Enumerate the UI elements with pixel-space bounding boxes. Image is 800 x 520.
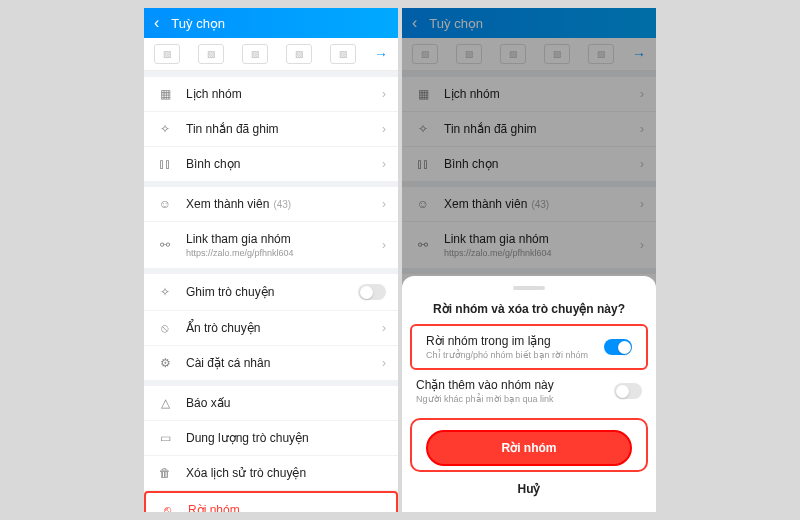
opt-leave-silently[interactable]: Rời nhóm trong im lặng Chỉ trưởng/phó nh… (410, 324, 648, 370)
back-icon[interactable]: ‹ (154, 15, 159, 31)
chevron-right-icon: › (382, 122, 386, 136)
header: ‹ Tuỳ chọn (144, 8, 398, 38)
pin-chat-icon: ✧ (156, 285, 174, 299)
chevron-right-icon: › (382, 321, 386, 335)
media-thumbs: ▧ ▧ ▧ ▧ ▧ → (144, 38, 398, 71)
arrow-right-icon[interactable]: → (374, 46, 388, 62)
row-poll[interactable]: ⫿⫿ Bình chọn › (144, 147, 398, 181)
leave-icon: ⎋ (158, 503, 176, 512)
sheet-grabber[interactable] (513, 286, 545, 290)
row-sub: https://zalo.me/g/pfhnkl604 (186, 248, 382, 258)
trash-icon: 🗑 (156, 466, 174, 480)
opt-desc: Người khác phải mời bạn qua link (416, 394, 614, 404)
media-thumb[interactable]: ▧ (286, 44, 312, 64)
report-icon: △ (156, 396, 174, 410)
opt-desc: Chỉ trưởng/phó nhóm biết bạn rời nhóm (426, 350, 604, 360)
row-label: Cài đặt cá nhân (186, 356, 382, 370)
row-storage[interactable]: ▭ Dung lượng trò chuyện (144, 421, 398, 456)
row-members[interactable]: ☺ Xem thành viên(43) › (144, 187, 398, 222)
media-thumb[interactable]: ▧ (242, 44, 268, 64)
opt-label: Rời nhóm trong im lặng (426, 334, 604, 348)
section-settings: ✧ Ghim trò chuyện ⦸ Ẩn trò chuyện › ⚙ Cà… (144, 274, 398, 380)
link-icon: ⚯ (156, 238, 174, 252)
row-calendar[interactable]: ▦ Lịch nhóm › (144, 77, 398, 112)
row-pinned[interactable]: ✧ Tin nhắn đã ghim › (144, 112, 398, 147)
gear-icon: ⚙ (156, 356, 174, 370)
section-danger: △ Báo xấu ▭ Dung lượng trò chuyện 🗑 Xóa … (144, 386, 398, 512)
chevron-right-icon: › (382, 197, 386, 211)
media-thumb[interactable]: ▧ (154, 44, 180, 64)
row-label: Rời nhóm (188, 503, 384, 512)
row-label: Ẩn trò chuyện (186, 321, 382, 335)
row-hide-chat[interactable]: ⦸ Ẩn trò chuyện › (144, 311, 398, 346)
calendar-icon: ▦ (156, 87, 174, 101)
row-label: Link tham gia nhóm (186, 232, 382, 246)
row-report[interactable]: △ Báo xấu (144, 386, 398, 421)
opt-label: Chặn thêm vào nhóm này (416, 378, 614, 392)
chevron-right-icon: › (382, 157, 386, 171)
row-label: Báo xấu (186, 396, 386, 410)
leave-button-highlight: Rời nhóm (410, 418, 648, 472)
toggle-block-readd[interactable] (614, 383, 642, 399)
row-label: Dung lượng trò chuyện (186, 431, 386, 445)
poll-icon: ⫿⫿ (156, 157, 174, 171)
leave-sheet: Rời nhóm và xóa trò chuyện này? Rời nhóm… (402, 276, 656, 512)
row-label: Ghim trò chuyện (186, 285, 358, 299)
toggle-pin-chat[interactable] (358, 284, 386, 300)
row-link[interactable]: ⚯ Link tham gia nhóm https://zalo.me/g/p… (144, 222, 398, 268)
row-pin-chat[interactable]: ✧ Ghim trò chuyện (144, 274, 398, 311)
row-label: Bình chọn (186, 157, 382, 171)
chevron-right-icon: › (382, 87, 386, 101)
row-label: Lịch nhóm (186, 87, 382, 101)
media-thumb[interactable]: ▧ (330, 44, 356, 64)
row-label: Tin nhắn đã ghim (186, 122, 382, 136)
cancel-button[interactable]: Huỷ (402, 474, 656, 504)
storage-icon: ▭ (156, 431, 174, 445)
opt-block-readd[interactable]: Chặn thêm vào nhóm này Người khác phải m… (402, 370, 656, 412)
row-personal[interactable]: ⚙ Cài đặt cá nhân › (144, 346, 398, 380)
phone-right: ‹ Tuỳ chọn ▧ ▧ ▧ ▧ ▧ → ▦ Lịch nhóm › ✧ T… (402, 8, 656, 512)
media-thumb[interactable]: ▧ (198, 44, 224, 64)
section-info: ▦ Lịch nhóm › ✧ Tin nhắn đã ghim › ⫿⫿ Bì… (144, 77, 398, 181)
row-label: Xóa lịch sử trò chuyện (186, 466, 386, 480)
phone-left: ‹ Tuỳ chọn ▧ ▧ ▧ ▧ ▧ → ▦ Lịch nhóm › ✧ T… (144, 8, 398, 512)
chevron-right-icon: › (382, 238, 386, 252)
pin-icon: ✧ (156, 122, 174, 136)
toggle-leave-silently[interactable] (604, 339, 632, 355)
members-icon: ☺ (156, 197, 174, 211)
section-members: ☺ Xem thành viên(43) › ⚯ Link tham gia n… (144, 187, 398, 268)
leave-button[interactable]: Rời nhóm (426, 430, 632, 466)
header-title: Tuỳ chọn (171, 16, 225, 31)
row-leave-group[interactable]: ⎋ Rời nhóm (144, 491, 398, 512)
chevron-right-icon: › (382, 356, 386, 370)
eye-off-icon: ⦸ (156, 321, 174, 335)
sheet-title: Rời nhóm và xóa trò chuyện này? (402, 298, 656, 324)
row-clear-history[interactable]: 🗑 Xóa lịch sử trò chuyện (144, 456, 398, 491)
members-count: (43) (273, 199, 291, 210)
row-label: Xem thành viên(43) (186, 197, 382, 211)
